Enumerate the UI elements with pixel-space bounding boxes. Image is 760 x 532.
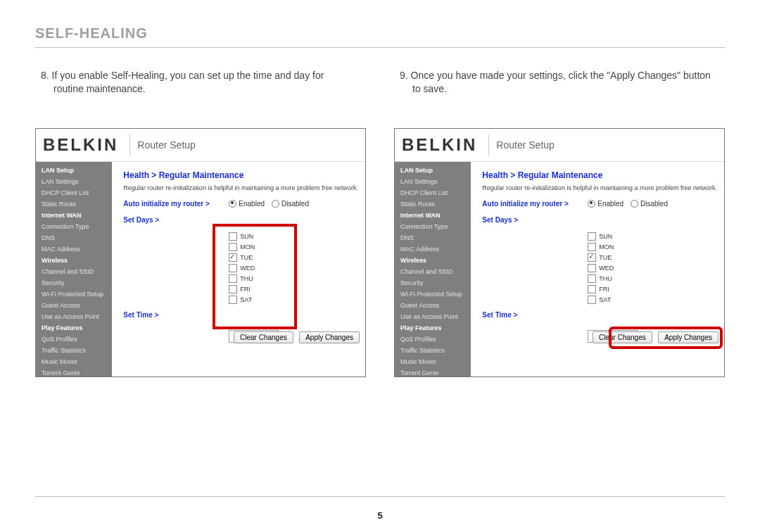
set-days-label: Set Days > — [482, 216, 588, 224]
radio-disabled-label: Disabled — [281, 200, 309, 208]
sidebar-nav: LAN Setup LAN Settings DHCP Client List … — [36, 162, 112, 377]
sidebar-item-ap[interactable]: Use as Access Point — [395, 311, 471, 322]
instruction-8: 8. If you enable Self-Healing, you can s… — [35, 69, 355, 96]
day-sat[interactable]: SAT — [588, 296, 658, 304]
sidebar-item-traffic[interactable]: Traffic Statistics — [395, 345, 471, 356]
set-time-row: Set Time > — [482, 311, 717, 319]
router-content: Health > Regular Maintenance Regular rou… — [112, 162, 365, 377]
left-column: 8. If you enable Self-Healing, you can s… — [35, 69, 366, 377]
day-fri[interactable]: FRI — [229, 285, 299, 293]
sidebar-item-mac[interactable]: MAC Address — [395, 243, 471, 255]
sidebar-cat-lan[interactable]: LAN Setup — [395, 165, 471, 176]
sidebar-item-channel-ssid[interactable]: Channel and SSID — [395, 266, 471, 277]
sidebar-nav: LAN Setup LAN Settings DHCP Client List … — [395, 162, 471, 377]
sidebar-item-mac[interactable]: MAC Address — [36, 243, 112, 255]
sidebar-item-connection-type[interactable]: Connection Type — [36, 221, 112, 232]
divider — [488, 134, 489, 156]
day-sat[interactable]: SAT — [229, 296, 299, 304]
sidebar-item-guest[interactable]: Guest Access — [36, 300, 112, 311]
sidebar-cat-wan[interactable]: Internet WAN — [395, 210, 471, 221]
sidebar-item-traffic[interactable]: Traffic Statistics — [36, 345, 112, 356]
apply-changes-button[interactable]: Apply Changes — [658, 331, 718, 343]
day-fri[interactable]: FRI — [588, 285, 658, 293]
sidebar-item-wps[interactable]: Wi-Fi Protected Setup — [395, 289, 471, 300]
set-days-row: Set Days > — [482, 216, 717, 224]
brand-logo: BELKIN — [43, 135, 127, 155]
header-subtitle: Router Setup — [496, 139, 555, 151]
set-days-row: Set Days > — [123, 216, 358, 224]
sidebar-item-dns[interactable]: DNS — [36, 232, 112, 243]
days-group: SUN MON TUE WED THU FRI SAT — [229, 232, 299, 304]
sidebar-item-static-route[interactable]: Static Route — [36, 198, 112, 210]
day-thu[interactable]: THU — [229, 274, 299, 283]
clear-changes-button[interactable]: Clear Changes — [593, 331, 652, 343]
set-days-label: Set Days > — [123, 216, 229, 224]
sidebar-item-torrent[interactable]: Torrent Genie — [395, 367, 471, 377]
day-wed[interactable]: WED — [229, 264, 299, 272]
router-topbar: BELKIN Router Setup — [395, 129, 724, 162]
content-columns: 8. If you enable Self-Healing, you can s… — [35, 69, 725, 377]
day-mon[interactable]: MON — [229, 243, 299, 251]
sidebar-item-security[interactable]: Security — [36, 277, 112, 289]
apply-changes-button[interactable]: Apply Changes — [299, 331, 360, 343]
sidebar-item-qos[interactable]: QoS Profiles — [36, 334, 112, 345]
radio-enabled-label: Enabled — [239, 200, 265, 208]
day-wed[interactable]: WED — [588, 264, 658, 272]
radio-disabled[interactable]: Disabled — [272, 200, 309, 208]
brand-logo: BELKIN — [402, 135, 486, 155]
sidebar-item-lan-settings[interactable]: LAN Settings — [395, 176, 471, 187]
sidebar-cat-wireless[interactable]: Wireless — [36, 255, 112, 266]
sidebar-item-security[interactable]: Security — [395, 277, 471, 289]
sidebar-item-connection-type[interactable]: Connection Type — [395, 221, 471, 232]
sidebar-item-dns[interactable]: DNS — [395, 232, 471, 243]
sidebar-cat-wireless[interactable]: Wireless — [395, 255, 471, 266]
radio-enabled[interactable]: Enabled — [229, 200, 265, 208]
day-tue[interactable]: TUE — [229, 253, 299, 262]
auto-init-row: Auto initialize my router > Enabled Disa… — [123, 200, 358, 208]
divider-bottom — [35, 496, 725, 497]
day-mon[interactable]: MON — [588, 243, 658, 251]
clear-changes-button[interactable]: Clear Changes — [234, 331, 293, 343]
radio-enabled[interactable]: Enabled — [588, 200, 623, 208]
radio-disabled[interactable]: Disabled — [631, 200, 668, 208]
days-group: SUN MON TUE WED THU FRI SAT — [588, 232, 658, 304]
sidebar-item-lan-settings[interactable]: LAN Settings — [36, 176, 112, 187]
sidebar-item-static-route[interactable]: Static Route — [395, 198, 471, 210]
set-time-label: Set Time > — [123, 311, 229, 319]
radio-dot-icon — [631, 200, 638, 208]
sidebar-item-wps[interactable]: Wi-Fi Protected Setup — [36, 289, 112, 300]
day-tue[interactable]: TUE — [588, 253, 658, 262]
sidebar-item-ap[interactable]: Use as Access Point — [36, 311, 112, 322]
day-sun[interactable]: SUN — [588, 232, 658, 241]
radio-dot-icon — [229, 200, 236, 208]
description-text: Regular router re-initialization is help… — [123, 184, 358, 191]
breadcrumb: Health > Regular Maintenance — [482, 170, 717, 180]
day-sun[interactable]: SUN — [229, 232, 299, 241]
description-text: Regular router re-initialization is help… — [482, 184, 717, 191]
sidebar-item-dhcp[interactable]: DHCP Client List — [395, 187, 471, 198]
page-number: 5 — [0, 510, 760, 521]
sidebar-item-music[interactable]: Music Mover — [395, 356, 471, 367]
sidebar-cat-play[interactable]: Play Features — [36, 322, 112, 334]
divider — [129, 134, 130, 156]
sidebar-cat-lan[interactable]: LAN Setup — [36, 165, 112, 176]
sidebar-item-guest[interactable]: Guest Access — [395, 300, 471, 311]
sidebar-item-channel-ssid[interactable]: Channel and SSID — [36, 266, 112, 277]
sidebar-cat-wan[interactable]: Internet WAN — [36, 210, 112, 221]
router-topbar: BELKIN Router Setup — [36, 129, 365, 162]
set-time-label: Set Time > — [482, 311, 588, 319]
sidebar-item-dhcp[interactable]: DHCP Client List — [36, 187, 112, 198]
screenshot-left: BELKIN Router Setup LAN Setup LAN Settin… — [35, 128, 366, 377]
sidebar-cat-play[interactable]: Play Features — [395, 322, 471, 334]
radio-dot-icon — [272, 200, 279, 208]
radio-dot-icon — [588, 200, 595, 208]
right-column: 9. Once you have made your settings, cli… — [394, 69, 725, 377]
auto-init-label: Auto initialize my router > — [482, 200, 588, 208]
sidebar-item-torrent[interactable]: Torrent Genie — [36, 367, 112, 377]
auto-init-label: Auto initialize my router > — [123, 200, 229, 208]
sidebar-item-music[interactable]: Music Mover — [36, 356, 112, 367]
sidebar-item-qos[interactable]: QoS Profiles — [395, 334, 471, 345]
day-thu[interactable]: THU — [588, 274, 658, 283]
set-time-row: Set Time > — [123, 311, 358, 319]
divider-top — [35, 47, 725, 48]
